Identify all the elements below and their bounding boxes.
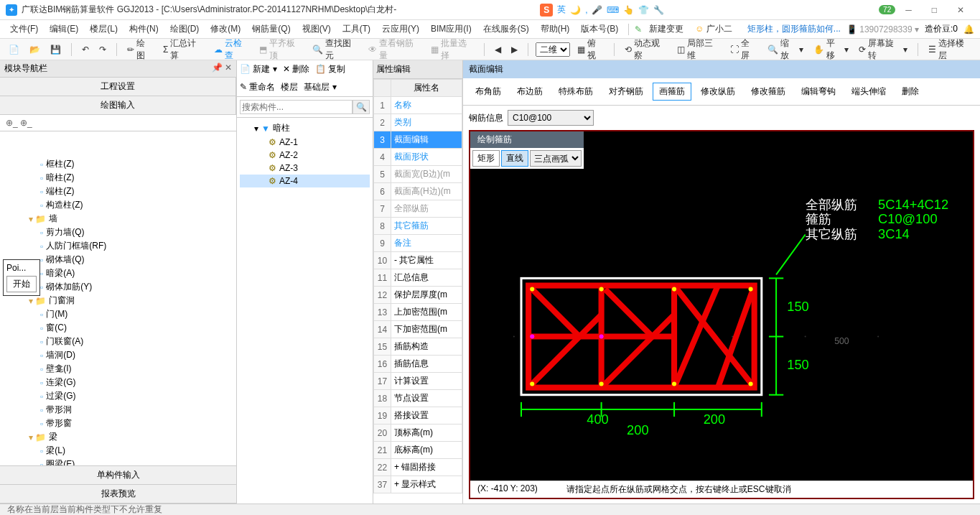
draw-arc-select[interactable]: 三点画弧 [530, 150, 582, 167]
property-row[interactable]: 14下加密范围(m [374, 321, 462, 338]
menu-online[interactable]: 在线服务(S) [479, 22, 533, 37]
section-tab[interactable]: 删除 [895, 83, 925, 101]
maximize-button[interactable]: □ [922, 5, 947, 15]
property-row[interactable]: 37+ 显示样式 [374, 476, 462, 493]
menu-cloud[interactable]: 云应用(Y) [378, 22, 424, 37]
notification-badge[interactable]: 72 [879, 5, 895, 14]
close-button[interactable]: ✕ [947, 5, 974, 15]
nav-item[interactable]: ▫ 过梁(G) [3, 389, 233, 403]
property-row[interactable]: 19搭接设置 [374, 407, 462, 424]
new-component-button[interactable]: 📄 新建 ▾ [240, 63, 277, 75]
view-mode-select[interactable]: 二维 [536, 42, 570, 57]
draw-rect-button[interactable]: 矩形 [472, 150, 500, 167]
zoom-button[interactable]: 🔍 缩放 ▾ [765, 36, 806, 63]
hint-link[interactable]: 矩形柱，圆形箍筋如何... [747, 23, 841, 35]
nav-item[interactable]: ▫ 带形窗 [3, 417, 233, 430]
view-rebar-button[interactable]: 👁 查看钢筋量 [365, 36, 424, 63]
nav-item[interactable]: ▫ 剪力墙(Q) [3, 226, 233, 239]
nav-item[interactable]: ▫ 墙洞(D) [3, 348, 233, 362]
property-row[interactable]: 20顶标高(m) [374, 424, 462, 442]
align-top-button[interactable]: ⬒ 平齐板顶 [256, 36, 305, 63]
property-row[interactable]: 7全部纵筋 [374, 200, 462, 218]
nav-item[interactable]: ▫ 门联窗(A) [3, 335, 233, 348]
sum-button[interactable]: Σ 汇总计算 [160, 36, 207, 63]
menu-view[interactable]: 视图(V) [298, 22, 335, 37]
property-row[interactable]: 21底标高(m) [374, 442, 462, 459]
fullscreen-button[interactable]: ⛶ 全屏 [727, 36, 760, 63]
draw-line-button[interactable]: 直线 [501, 150, 528, 167]
prev-button[interactable]: ◀ [492, 43, 504, 56]
property-row[interactable]: 2类别 [374, 114, 462, 131]
floor-button[interactable]: 楼层 [281, 81, 298, 93]
property-row[interactable]: 5截面宽(B边)(m [374, 166, 462, 183]
foundation-button[interactable]: 基础层 ▾ [304, 81, 336, 93]
tab-report-preview[interactable]: 报表预览 [0, 485, 236, 504]
undo-button[interactable]: ↶ [79, 43, 92, 56]
nav-item[interactable]: ▫ 壁龛(I) [3, 362, 233, 376]
nav-item[interactable]: ▫ 框柱(Z) [3, 157, 233, 171]
property-row[interactable]: 12保护层厚度(m [374, 287, 462, 304]
pan-button[interactable]: ✋ 平移 ▾ [811, 36, 851, 63]
section-tab[interactable]: 端头伸缩 [845, 83, 892, 101]
property-row[interactable]: 1名称 [374, 97, 462, 114]
menu-file[interactable]: 文件(F) [6, 22, 42, 37]
property-row[interactable]: 3截面编辑 [374, 131, 462, 149]
nav-item[interactable]: ▫ 暗柱(Z) [3, 171, 233, 185]
find-button[interactable]: 🔍 查找图元 [309, 36, 361, 63]
local3d-button[interactable]: ◫ 局部三维 [674, 36, 723, 63]
batch-button[interactable]: ▦ 批量选择 [428, 36, 477, 63]
property-row[interactable]: 4截面形状 [374, 149, 462, 166]
menu-bim[interactable]: BIM应用(I) [426, 22, 476, 37]
nav-item[interactable]: ▫ 带形洞 [3, 403, 233, 417]
select-floor-button[interactable]: ☰ 选择楼层 [925, 36, 974, 63]
section-canvas[interactable]: 绘制箍筋 矩形 直线 三点画弧 [469, 130, 974, 499]
section-tab[interactable]: 布角筋 [469, 83, 508, 101]
nav-item[interactable]: ▫ 端柱(Z) [3, 185, 233, 198]
property-row[interactable]: 15插筋构造 [374, 338, 462, 356]
property-row[interactable]: 10- 其它属性 [374, 252, 462, 269]
menu-tool[interactable]: 工具(T) [338, 22, 375, 37]
menu-floor[interactable]: 楼层(L) [85, 22, 122, 37]
search-input[interactable] [240, 100, 353, 114]
save-button[interactable]: 💾 [47, 43, 64, 56]
search-button[interactable]: 🔍 [353, 100, 370, 114]
section-tab[interactable]: 修改箍筋 [745, 83, 792, 101]
new-change-button[interactable]: 新建变更 [645, 22, 688, 37]
nav-item[interactable]: ▾ 📁 墙 [3, 212, 233, 226]
tree-root[interactable]: ▾ ▼ 暗柱 [240, 121, 370, 136]
next-button[interactable]: ▶ [508, 43, 521, 56]
property-row[interactable]: 9备注 [374, 235, 462, 252]
section-tab[interactable]: 布边筋 [510, 83, 549, 101]
start-button[interactable]: 开始 [6, 276, 37, 292]
property-row[interactable]: 18节点设置 [374, 390, 462, 407]
bird-view-button[interactable]: ▦ 俯视 [574, 36, 607, 63]
copy-component-button[interactable]: 📋 复制 [315, 63, 345, 75]
minimize-button[interactable]: ─ [895, 5, 922, 15]
menu-modify[interactable]: 修改(M) [206, 22, 245, 37]
nav-item[interactable]: ▫ 门(M) [3, 307, 233, 321]
dynamic-view-button[interactable]: ⟲ 动态观察 [622, 36, 670, 63]
nav-item[interactable]: ▫ 梁(L) [3, 444, 233, 458]
menu-component[interactable]: 构件(N) [125, 22, 163, 37]
nav-item[interactable]: ▫ 构造柱(Z) [3, 198, 233, 212]
property-row[interactable]: 22+ 锚固搭接 [374, 459, 462, 476]
tree-item-az1[interactable]: ⚙ AZ-1 [240, 136, 370, 149]
section-tab[interactable]: 编辑弯钩 [795, 83, 842, 101]
property-row[interactable]: 6截面高(H边)(m [374, 183, 462, 200]
nav-item[interactable]: ▫ 连梁(G) [3, 376, 233, 389]
cloud-check-button[interactable]: ☁ 云检查 [211, 36, 252, 63]
section-tab[interactable]: 特殊布筋 [552, 83, 599, 101]
pin-icon[interactable]: 📌 ✕ [212, 62, 232, 75]
menu-help[interactable]: 帮助(H) [536, 22, 574, 37]
section-tab[interactable]: 修改纵筋 [694, 83, 742, 101]
nav-item[interactable]: ▫ 人防门框墙(RF) [3, 239, 233, 253]
property-row[interactable]: 16插筋信息 [374, 356, 462, 373]
tab-single-component[interactable]: 单构件输入 [0, 466, 236, 485]
nav-item[interactable]: ▾ 📁 梁 [3, 430, 233, 444]
section-tab[interactable]: 画箍筋 [653, 83, 691, 101]
menu-version[interactable]: 版本号(B) [577, 22, 622, 37]
open-button[interactable]: 📂 [27, 43, 43, 56]
bell-icon[interactable]: 🔔 [963, 24, 974, 34]
tree-item-az3[interactable]: ⚙ AZ-3 [240, 162, 370, 175]
new-file-button[interactable]: 📄 [6, 43, 22, 56]
